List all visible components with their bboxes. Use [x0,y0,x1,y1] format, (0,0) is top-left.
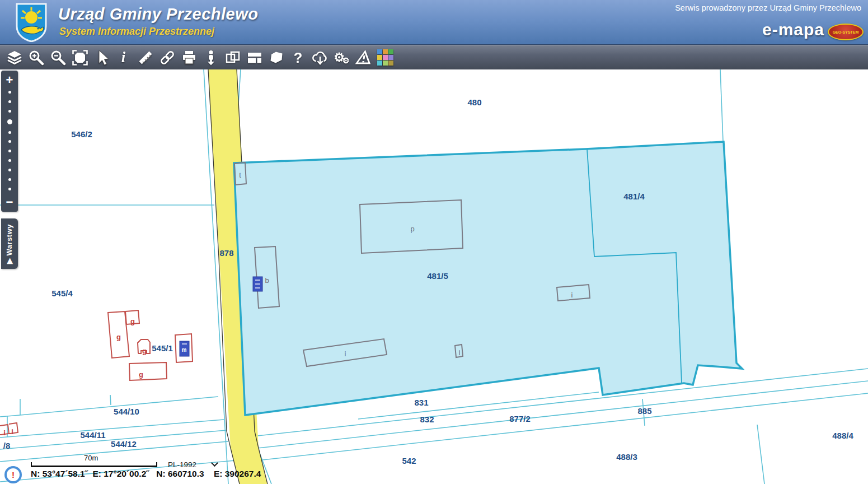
parcel-label: 545/1 [152,343,173,353]
scalebar [31,462,157,467]
legend-color-swatch [383,61,388,66]
zoom-levels[interactable] [7,87,12,194]
measure-icon[interactable] [134,47,156,68]
street-view-icon[interactable] [200,47,222,68]
municipality-crest-icon [16,3,47,42]
print-icon[interactable] [178,47,200,68]
alert-icon[interactable]: ! [4,466,22,483]
parcel-label: 885 [637,406,651,416]
building-label: g [142,347,147,355]
layers-panel-tab[interactable]: ▶ Warstwy [1,218,18,269]
parcel-label: 831 [414,398,428,407]
crs-value: PL-1992 [168,460,196,469]
parcel-label: 481/4 [623,192,645,201]
zoom-in-button[interactable]: + [6,71,13,87]
layout-panels-icon[interactable] [243,47,265,68]
report-issue-icon[interactable] [353,47,374,68]
zoom-level-dot[interactable] [8,169,11,171]
legend-color-swatch [377,55,382,60]
legend-color-swatch [377,61,382,66]
zoom-out-icon[interactable] [47,47,69,68]
service-note: Serwis prowadzony przez Urząd Gminy Prze… [675,3,861,12]
link-icon[interactable] [156,47,178,68]
zoom-level-dot[interactable] [8,178,11,181]
legend-color-swatch [383,49,388,54]
zoom-in-icon[interactable] [25,47,47,68]
zoom-level-dot[interactable] [8,159,11,162]
building-label: i [571,291,573,299]
parcel-label: 877/2 [509,414,531,424]
info-icon[interactable]: i [112,47,134,68]
compare-windows-icon[interactable] [222,47,243,68]
building-label: m [182,347,187,353]
parcel-label: 488/4 [832,431,853,440]
zoom-level-dot[interactable] [8,131,11,134]
building-label: g [116,333,121,341]
polygon-select-icon[interactable] [265,47,287,68]
page-title: Urząd Gminy Przechlewo [58,5,259,24]
geosystem-logo: GEO-SYSTEM [828,24,864,40]
zoom-out-button[interactable]: − [6,194,13,212]
parcel-label: 546/2 [71,129,92,139]
building-label: i [345,350,346,358]
parcel-label: 878 [219,248,233,258]
emapa-logo: e-mapa [762,20,824,39]
selected-parcel [234,142,742,415]
legend-color-swatch [388,61,393,66]
zoom-level-dot[interactable] [8,91,11,94]
parcel-label: 480 [467,97,481,107]
help-icon[interactable]: ? [287,47,309,68]
parcel-label: 481/5 [427,271,448,281]
buildings-red [0,310,193,435]
building-label: g [139,370,143,379]
parcel-label: 544/12 [111,439,137,449]
zoom-level-dot[interactable] [7,119,12,124]
layers-icon[interactable] [3,47,25,68]
building-label: b [265,276,269,285]
parcel-label: 545/4 [51,288,73,298]
building-label: i [459,348,461,357]
legend-colors-icon[interactable] [374,47,396,68]
parcel-label: 542 [402,456,416,466]
zoom-level-dot[interactable] [8,140,11,143]
map-canvas[interactable]: 480546/2481/4878481/5545/4545/1831885544… [0,69,868,484]
page-subtitle: System Informacji Przestrzennej [59,26,214,38]
map-toolbar: i ? ⚙⚙ [0,45,868,69]
legend-color-swatch [388,49,393,54]
chevron-down-icon [211,459,218,467]
zoom-level-dot[interactable] [8,150,11,152]
zoom-extent-icon[interactable] [69,47,91,68]
scalebar-label: 70m [84,454,98,462]
parcel-label: 488/3 [616,452,637,462]
zoom-level-dot[interactable] [8,110,11,113]
building-label: i [3,429,6,437]
building-label: g [130,317,135,325]
parcel-label: 832 [420,415,434,424]
app-header: Urząd Gminy Przechlewo System Informacji… [0,0,868,45]
building-label: t [239,171,241,179]
pointer-icon[interactable] [91,47,112,68]
legend-color-swatch [383,55,388,60]
settings-icon[interactable]: ⚙⚙ [331,47,353,68]
building-label: p [410,225,414,233]
legend-color-swatch [377,49,382,54]
download-icon[interactable] [309,47,331,68]
zoom-slider[interactable]: + − [1,71,18,212]
layers-tab-label: ▶ Warstwy [6,224,14,263]
parcel-label: /8 [3,441,11,450]
zoom-level-dot[interactable] [8,100,11,103]
legend-color-swatch [388,55,393,60]
parcel-label: 544/10 [114,407,139,416]
zoom-level-dot[interactable] [8,188,11,190]
coordinates-readout: N: 53°47´58.1˝ E: 17°20´00.2˝ N: 660710.… [31,469,261,479]
parcel-label: 544/11 [80,430,105,440]
building-label: i [11,427,13,436]
